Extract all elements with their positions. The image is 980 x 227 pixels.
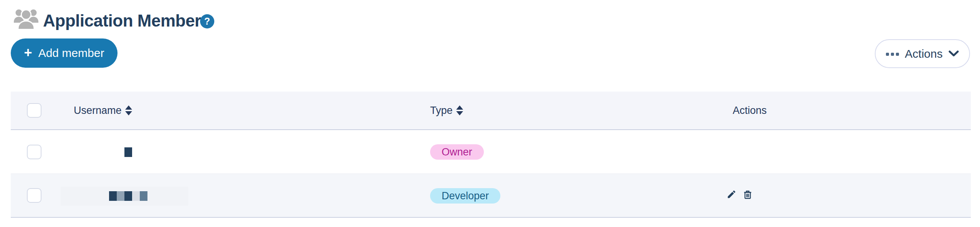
table-row: Developer xyxy=(11,174,971,218)
add-member-label: Add member xyxy=(38,47,104,60)
members-table: Username Type Actions Owner Developer xyxy=(11,92,971,218)
type-badge: Developer xyxy=(430,188,500,204)
edit-pencil-icon[interactable] xyxy=(727,189,737,199)
table-row: Owner xyxy=(11,130,971,174)
users-group-icon xyxy=(14,7,38,30)
delete-trash-icon[interactable] xyxy=(743,190,753,200)
actions-menu-button[interactable]: Actions xyxy=(875,39,970,68)
sort-icon[interactable] xyxy=(125,105,132,115)
page-title: Application Members xyxy=(43,11,210,31)
table-header-row: Username Type Actions xyxy=(11,92,971,130)
column-header-actions: Actions xyxy=(733,92,767,129)
sort-icon[interactable] xyxy=(456,105,463,115)
type-badge: Owner xyxy=(430,144,484,160)
add-member-button[interactable]: + Add member xyxy=(11,38,118,68)
ellipsis-icon xyxy=(886,53,899,56)
help-icon[interactable]: ? xyxy=(200,14,214,28)
chevron-down-icon xyxy=(949,50,959,57)
column-header-username[interactable]: Username xyxy=(74,92,132,129)
application-members-page: Application Members ? + Add member Actio… xyxy=(0,0,980,227)
select-all-checkbox[interactable] xyxy=(27,103,41,118)
plus-icon: + xyxy=(24,46,32,60)
column-header-type[interactable]: Type xyxy=(430,92,463,129)
actions-menu-label: Actions xyxy=(905,47,942,60)
row-checkbox[interactable] xyxy=(27,145,41,159)
redacted-username xyxy=(109,191,147,201)
redacted-username xyxy=(124,147,132,157)
row-checkbox[interactable] xyxy=(27,188,41,203)
